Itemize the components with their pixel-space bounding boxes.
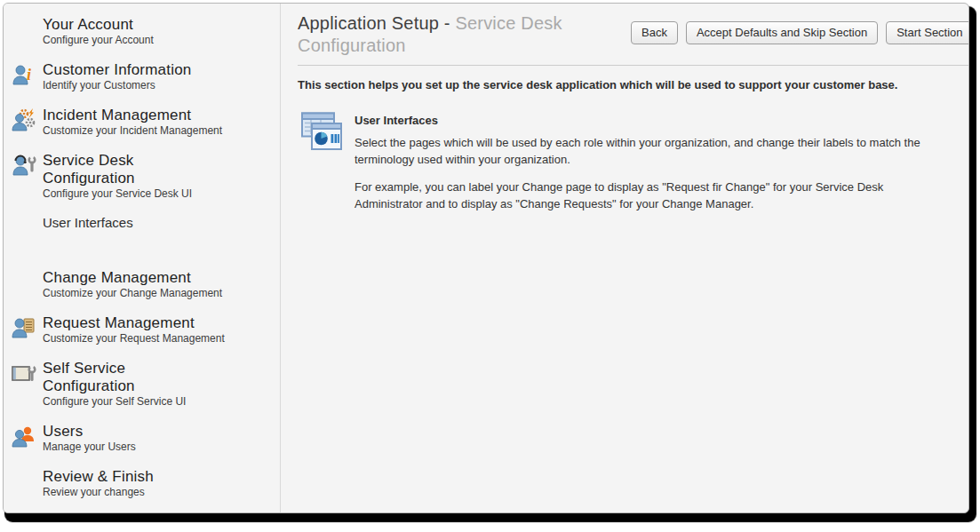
sidebar-item-subtitle: Configure your Account (43, 34, 154, 47)
sidebar-subitem-user-interfaces[interactable]: User Interfaces (11, 215, 280, 231)
sidebar-item-title: Service Desk Configuration (43, 152, 192, 187)
sidebar-item-users[interactable]: Users Manage your Users (11, 423, 280, 454)
start-section-button[interactable]: Start Section (886, 21, 969, 44)
user-interfaces-section: User Interfaces Select the pages which w… (298, 112, 969, 212)
back-button[interactable]: Back (631, 21, 678, 44)
sidebar-item-service-desk-configuration[interactable]: Service Desk Configuration Configure you… (11, 152, 280, 201)
sidebar-item-title: Request Management (43, 314, 225, 332)
sidebar-item-customer-information[interactable]: i Customer Information Identify your Cus… (11, 61, 280, 92)
blank-icon (11, 468, 43, 499)
sidebar-item-subtitle: Manage your Users (43, 441, 136, 454)
section-intro-text: This section helps you set up the servic… (298, 78, 969, 91)
sidebar-item-your-account[interactable]: Your Account Configure your Account (11, 16, 280, 47)
sidebar-item-change-management[interactable]: Change Management Customize your Change … (11, 269, 280, 300)
main-content: Application Setup - Service Desk Configu… (281, 4, 969, 512)
svg-text:i: i (27, 66, 31, 83)
sidebar-item-subtitle: Customize your Change Management (43, 287, 222, 300)
sidebar-item-subtitle: Customize your Incident Management (43, 124, 222, 138)
person-gears-icon (11, 107, 43, 138)
setup-steps-sidebar: Your Account Configure your Account i Cu… (4, 4, 281, 512)
person-headset-wrench-icon (11, 152, 43, 201)
sidebar-item-review-finish[interactable]: Review & Finish Review your changes (11, 468, 280, 499)
window-wrench-icon (11, 360, 43, 409)
sidebar-item-self-service-configuration[interactable]: Self Service Configuration Configure you… (11, 360, 280, 409)
sidebar-item-incident-management[interactable]: Incident Management Customize your Incid… (11, 107, 280, 138)
sidebar-item-title: Change Management (43, 269, 222, 287)
accept-defaults-skip-section-button[interactable]: Accept Defaults and Skip Section (686, 21, 878, 44)
sidebar-item-title: Review & Finish (43, 468, 154, 486)
sidebar-item-title: Your Account (43, 16, 154, 34)
sidebar-item-subtitle: Customize your Request Management (43, 332, 225, 345)
page-title-primary: Application Setup - (298, 13, 455, 33)
sidebar-item-title: Incident Management (43, 107, 222, 124)
sidebar-item-subtitle: Configure your Service Desk UI (43, 187, 192, 201)
user-interfaces-heading: User Interfaces (355, 114, 920, 127)
blank-icon (11, 16, 43, 47)
sidebar-item-subtitle: Identify your Customers (43, 79, 191, 92)
sidebar-item-subtitle: Configure your Self Service UI (43, 395, 186, 409)
user-interfaces-windows-chart-icon (299, 112, 344, 212)
sidebar-item-subtitle: Review your changes (43, 486, 154, 499)
sidebar-item-title: Self Service Configuration (43, 360, 186, 395)
blank-icon (11, 269, 43, 300)
user-interfaces-description: Select the pages which will be used by e… (355, 134, 920, 168)
sidebar-item-title: Customer Information (43, 61, 191, 79)
two-people-icon (11, 423, 43, 454)
header-buttons: Back Accept Defaults and Skip Section St… (631, 12, 969, 44)
person-info-icon: i (11, 61, 43, 92)
user-interfaces-example: For example, you can label your Change p… (355, 179, 920, 212)
user-interfaces-section-text: User Interfaces Select the pages which w… (355, 112, 920, 212)
person-document-icon (11, 314, 43, 345)
application-setup-window: Your Account Configure your Account i Cu… (3, 3, 969, 513)
sidebar-item-title: Users (43, 423, 136, 441)
sidebar-item-request-management[interactable]: Request Management Customize your Reques… (11, 314, 280, 345)
page-title: Application Setup - Service Desk Configu… (298, 12, 631, 57)
page-header: Application Setup - Service Desk Configu… (298, 4, 969, 66)
